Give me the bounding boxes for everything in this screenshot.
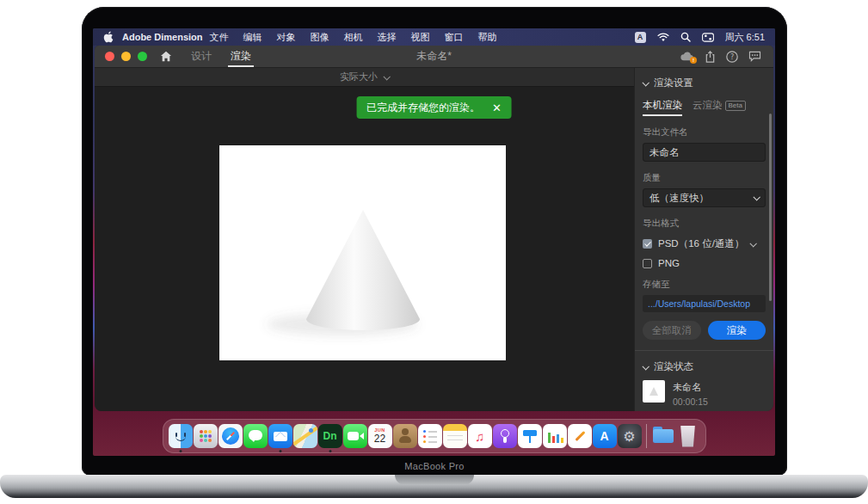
quality-select[interactable]: 低（速度快） — [643, 188, 766, 207]
dock-adobe-dimension-icon[interactable]: Dn — [318, 424, 342, 448]
dock-notes-icon[interactable] — [443, 424, 467, 448]
render-complete-toast: 已完成并存储您的渲染。 ✕ — [356, 96, 512, 119]
png-format-row: PNG — [643, 258, 766, 268]
titlebar-action-icons: ! ? — [680, 51, 773, 63]
cloud-sync-warning-icon[interactable]: ! — [680, 51, 694, 62]
macos-menubar: Adobe Dimension 文件 编辑 对象 图像 相机 选择 视图 窗口 … — [93, 28, 775, 46]
chevron-down-icon — [642, 79, 649, 86]
dock-music-icon[interactable]: ♫ — [468, 424, 492, 448]
chevron-down-icon — [383, 73, 390, 80]
rendered-image — [219, 145, 506, 360]
dock-reminders-icon[interactable] — [418, 424, 442, 448]
mode-tabs: 设计 渲染 — [191, 46, 251, 67]
export-filename-input[interactable]: 未命名 — [643, 143, 766, 162]
minimize-window-button[interactable] — [121, 52, 131, 61]
render-settings-title: 渲染设置 — [654, 77, 693, 89]
menu-image[interactable]: 图像 — [311, 31, 329, 44]
psd-format-row: PSD（16 位/通道） — [643, 237, 766, 250]
share-icon[interactable] — [705, 51, 716, 63]
menu-view[interactable]: 视图 — [411, 31, 430, 44]
tab-local-render[interactable]: 本机渲染 — [643, 99, 682, 116]
device-label: MacBook Pro — [82, 461, 787, 471]
menu-edit[interactable]: 编辑 — [243, 31, 262, 44]
macos-dock: Dn JUN22 ♫ A ⚙ — [163, 419, 706, 453]
dock-app-store-icon[interactable]: A — [593, 424, 617, 448]
window-content: 实际大小 — [95, 68, 773, 411]
export-format-label: 导出格式 — [643, 218, 766, 230]
render-thumbnail — [643, 380, 665, 403]
psd-format-label: PSD（16 位/通道） — [658, 237, 744, 250]
dock-finder-icon[interactable] — [169, 424, 193, 448]
png-checkbox[interactable] — [643, 259, 652, 268]
menu-file[interactable]: 文件 — [210, 31, 229, 44]
save-path-link[interactable]: .../Users/lapulasi/Desktop — [643, 295, 766, 312]
dock-contacts-icon[interactable] — [393, 424, 417, 448]
dock-downloads-folder-icon[interactable] — [651, 424, 675, 448]
apple-menu-icon[interactable] — [103, 31, 114, 43]
render-item-duration: 00:00:15 — [673, 396, 708, 407]
spotlight-search-icon[interactable] — [680, 32, 691, 42]
wifi-icon[interactable] — [657, 33, 669, 42]
cloud-render-label: 云渲染 — [693, 99, 723, 112]
render-button[interactable]: 渲染 — [708, 321, 766, 340]
quality-value: 低（速度快） — [649, 192, 709, 205]
dock-system-settings-icon[interactable]: ⚙ — [618, 424, 642, 448]
dock-facetime-icon[interactable] — [343, 424, 367, 448]
dock-safari-icon[interactable] — [219, 424, 243, 448]
menubar-menus: 文件 编辑 对象 图像 相机 选择 视图 窗口 帮助 — [210, 31, 497, 44]
help-icon[interactable]: ? — [726, 51, 738, 63]
render-mode-tabs: 本机渲染 云渲染 Beta — [643, 99, 766, 116]
beta-badge: Beta — [725, 101, 746, 111]
menu-object[interactable]: 对象 — [277, 31, 296, 44]
render-status-header[interactable]: 渲染状态 — [643, 360, 766, 373]
render-item-name: 未命名 — [673, 381, 708, 394]
tab-cloud-render[interactable]: 云渲染 Beta — [693, 99, 746, 116]
svg-text:?: ? — [730, 53, 734, 61]
render-settings-panel: 渲染设置 本机渲染 云渲染 Beta 导出文件名 未命名 质量 — [634, 68, 773, 411]
dock-maps-icon[interactable] — [293, 424, 317, 448]
dock-pages-icon[interactable] — [568, 424, 592, 448]
chevron-down-icon[interactable] — [750, 240, 757, 247]
dock-numbers-icon[interactable] — [543, 424, 567, 448]
save-to-label: 存储至 — [643, 279, 766, 291]
fullscreen-window-button[interactable] — [138, 52, 147, 61]
menu-help[interactable]: 帮助 — [478, 31, 497, 44]
dock-trash-icon[interactable] — [676, 424, 700, 448]
macos-screen: Adobe Dimension 文件 编辑 对象 图像 相机 选择 视图 窗口 … — [93, 28, 775, 456]
macbook-lid-notch — [395, 475, 474, 485]
dock-podcasts-icon[interactable] — [493, 424, 517, 448]
panel-divider — [635, 350, 773, 351]
dock-calendar-icon[interactable]: JUN22 — [368, 424, 392, 448]
cancel-all-button[interactable]: 全部取消 — [643, 321, 701, 340]
dock-divider — [646, 424, 647, 448]
tab-render[interactable]: 渲染 — [231, 46, 251, 67]
png-format-label: PNG — [658, 258, 680, 268]
home-icon[interactable] — [160, 51, 172, 62]
zoom-level-dropdown[interactable]: 实际大小 — [95, 68, 634, 87]
panel-scrollbar[interactable] — [769, 114, 772, 301]
menu-window[interactable]: 窗口 — [445, 31, 464, 44]
feedback-icon[interactable] — [748, 51, 761, 62]
traffic-lights — [95, 52, 147, 61]
menubar-app-name[interactable]: Adobe Dimension — [122, 32, 203, 42]
dock-keynote-icon[interactable] — [518, 424, 542, 448]
close-window-button[interactable] — [105, 52, 114, 61]
render-settings-header[interactable]: 渲染设置 — [643, 77, 766, 89]
control-center-icon[interactable] — [702, 33, 714, 42]
warning-badge: ! — [690, 57, 697, 64]
render-status-item[interactable]: 未命名 00:00:15 — [643, 380, 766, 407]
menubar-clock[interactable]: 周六 6:51 — [725, 31, 765, 44]
export-filename-label: 导出文件名 — [643, 126, 766, 138]
dock-launchpad-icon[interactable] — [194, 424, 218, 448]
toast-close-icon[interactable]: ✕ — [492, 101, 502, 114]
tab-design[interactable]: 设计 — [191, 46, 212, 67]
quality-label: 质量 — [643, 172, 766, 184]
psd-checkbox[interactable] — [643, 239, 652, 249]
menu-select[interactable]: 选择 — [378, 31, 397, 44]
input-source-icon[interactable]: A — [635, 32, 646, 43]
toast-message: 已完成并存储您的渲染。 — [366, 101, 480, 115]
menu-camera[interactable]: 相机 — [344, 31, 363, 44]
chevron-down-icon — [753, 194, 760, 200]
dock-mail-icon[interactable] — [268, 424, 292, 448]
dock-messages-icon[interactable] — [243, 424, 268, 448]
